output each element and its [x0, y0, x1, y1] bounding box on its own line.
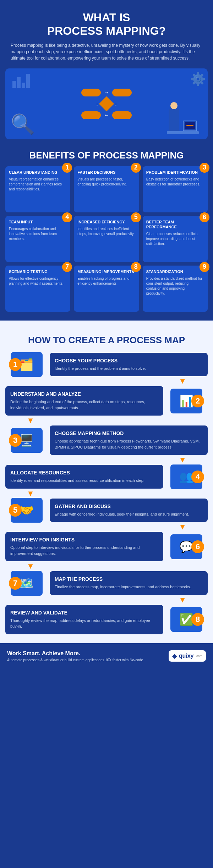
step-img-2: 📊 2: [170, 389, 202, 413]
benefit-title-9: STANDARDIZATION: [146, 269, 204, 274]
step-title-8: REVIEW AND VALIDATE: [10, 610, 158, 616]
step-img-8: ✅ 8: [170, 607, 202, 632]
chart-bars-icon: [12, 72, 30, 88]
footer-logo: ◆ quixy .com: [169, 650, 206, 662]
benefit-title-5: INCREASED EFFICIENCY: [77, 219, 135, 224]
benefit-title-3: PROBLEM IDENTIFICATION: [146, 170, 204, 175]
benefit-title-1: CLEAR UNDERSTANDING: [9, 170, 67, 175]
step-title-3: CHOOSE MAPPING METHOD: [55, 430, 203, 436]
step-title-7: MAP THE PROCESS: [55, 576, 203, 582]
step-desc-5: Engage with concerned individuals, seek …: [55, 511, 203, 517]
benefit-number-4: 4: [62, 212, 72, 222]
benefit-card-3: 3 PROBLEM IDENTIFICATION Easy detection …: [143, 166, 208, 212]
step-title-6: INTERVIEW FOR INSIGHTS: [10, 537, 158, 542]
step-img-7: 🗺️ 7: [11, 571, 43, 596]
step-number-badge-6: 6: [191, 540, 204, 553]
benefit-desc-6: Clear processes reduce conflicts, improv…: [146, 232, 204, 246]
step-item-8: ✅ 8 REVIEW AND VALIDATE Thoroughly revie…: [5, 603, 208, 636]
benefit-number-6: 6: [200, 212, 209, 222]
step-img-5: 🤝 5: [11, 498, 43, 523]
step-arrow-2: ▼: [5, 417, 208, 424]
benefit-title-8: MEASURING IMPROVEMENTS: [77, 269, 135, 274]
step-icon-1: 🗂️: [20, 358, 34, 371]
benefit-number-1: 1: [62, 163, 72, 173]
step-image-box-4: 👥 4: [165, 463, 208, 490]
benefit-card-4: 4 TEAM INPUT Encourages collaboration an…: [5, 216, 70, 262]
step-content-box-4: ALLOCATE RESOURCES Identify roles and re…: [5, 465, 163, 489]
header: WHAT IS PROCESS MAPPING? Process mapping…: [0, 0, 213, 65]
benefit-card-2: 2 FASTER DECISIONS Visuals are processed…: [74, 166, 139, 212]
step-item-2: 📊 2 UNDERSTAND AND ANALYZE Define the be…: [5, 384, 208, 417]
step-img-6: 💬 6: [170, 534, 202, 559]
step-arrow-4: ▼: [5, 490, 208, 497]
hero-illustration: → ↓ ↓ ← 🔍 ⚙: [5, 68, 208, 139]
step-content-box-1: CHOOSE YOUR PROCESS Identify the process…: [50, 353, 208, 377]
step-title-4: ALLOCATE RESOURCES: [10, 470, 158, 475]
step-desc-6: Optional step to interview individuals f…: [10, 545, 158, 556]
step-desc-7: Finalize the process map, incorporate im…: [55, 584, 203, 590]
step-number-badge-5: 5: [9, 504, 22, 517]
step-image-box-7: 🗺️ 7: [5, 569, 48, 597]
step-number-badge-8: 8: [191, 613, 204, 626]
step-item-7: 🗺️ 7 MAP THE PROCESS Finalize the proces…: [5, 569, 208, 597]
step-content-box-2: UNDERSTAND AND ANALYZE Define the beginn…: [5, 386, 163, 416]
magnifier-icon: 🔍: [11, 113, 35, 136]
step-content-box-3: CHOOSE MAPPING METHOD Choose appropriate…: [50, 425, 208, 455]
step-image-box-5: 🤝 5: [5, 497, 48, 524]
how-section-inner: HOW TO CREATE A PROCESS MAP 🗂️ 1 CHOOSE …: [0, 321, 213, 643]
benefit-card-6: 6 BETTER TEAM PERFORMANCE Clear processe…: [143, 216, 208, 262]
step-item-1: 🗂️ 1 CHOOSE YOUR PROCESS Identify the pr…: [5, 351, 208, 378]
benefit-number-8: 8: [131, 262, 141, 272]
step-img-1: 🗂️ 1: [11, 352, 43, 377]
step-desc-2: Define the beginning and end of the proc…: [10, 399, 158, 411]
step-content-box-5: GATHER AND DISCUSS Engage with concerned…: [50, 499, 208, 522]
step-img-4: 👥 4: [170, 464, 202, 489]
step-icon-3: 🖥️: [20, 434, 34, 447]
logo-suffix: .com: [195, 654, 202, 658]
step-title-1: CHOOSE YOUR PROCESS: [55, 358, 203, 363]
benefit-title-4: TEAM INPUT: [9, 219, 67, 224]
step-number-badge-3: 3: [9, 434, 22, 447]
benefit-card-7: 7 SCENARIO TESTING Allows for effective …: [5, 266, 70, 312]
logo-text: quixy: [179, 653, 194, 659]
benefit-desc-4: Encourages collaboration and innovative …: [9, 227, 67, 241]
step-image-box-6: 💬 6: [165, 530, 208, 563]
step-icon-5: 🤝: [20, 503, 34, 517]
step-desc-8: Thoroughly review the map, address delay…: [10, 618, 158, 629]
step-title-2: UNDERSTAND AND ANALYZE: [10, 391, 158, 397]
how-title: HOW TO CREATE A PROCESS MAP: [5, 328, 208, 351]
benefit-card-9: 9 STANDARDIZATION Provides a standardize…: [143, 266, 208, 312]
step-content-box-8: REVIEW AND VALIDATE Thoroughly review th…: [5, 605, 163, 634]
step-item-4: 👥 4 ALLOCATE RESOURCES Identify roles an…: [5, 463, 208, 490]
step-desc-1: Identify the process and the problem it …: [55, 366, 203, 372]
benefit-desc-9: Provides a standardized method for consi…: [146, 276, 204, 296]
step-arrow-1: ▼: [5, 377, 208, 385]
benefits-title: BENEFITS OF PROCESS MAPPING: [0, 143, 213, 166]
step-item-6: 💬 6 INTERVIEW FOR INSIGHTS Optional step…: [5, 530, 208, 563]
benefit-desc-3: Easy detection of bottlenecks and obstac…: [146, 177, 204, 187]
logo-icon: ◆: [172, 652, 177, 660]
benefit-card-1: 1 CLEAR UNDERSTANDING Visual representat…: [5, 166, 70, 212]
step-arrow-6: ▼: [5, 562, 208, 570]
step-title-5: GATHER AND DISCUSS: [55, 503, 203, 509]
step-number-badge-4: 4: [191, 471, 204, 483]
benefit-desc-1: Visual representation enhances comprehen…: [9, 177, 67, 192]
header-description: Process mapping is like being a detectiv…: [7, 42, 206, 61]
benefit-desc-2: Visuals are processed faster, enabling q…: [77, 177, 135, 187]
step-arrow-3: ▼: [5, 456, 208, 464]
step-img-3: 🖥️ 3: [11, 428, 43, 453]
benefit-number-2: 2: [131, 163, 141, 173]
benefit-title-2: FASTER DECISIONS: [77, 170, 135, 175]
step-item-3: 🖥️ 3 CHOOSE MAPPING METHOD Choose approp…: [5, 424, 208, 457]
step-number-badge-7: 7: [9, 577, 22, 590]
step-desc-4: Identify roles and responsibilities and …: [10, 478, 158, 484]
step-desc-3: Choose appropriate technique from Proces…: [55, 438, 203, 450]
step-number-badge-1: 1: [9, 358, 22, 371]
step-image-box-2: 📊 2: [165, 384, 208, 417]
step-image-box-3: 🖥️ 3: [5, 424, 48, 457]
benefit-number-5: 5: [131, 212, 141, 222]
step-arrow-7: ▼: [5, 596, 208, 604]
step-image-box-1: 🗂️ 1: [5, 351, 48, 378]
benefit-card-8: 8 MEASURING IMPROVEMENTS Enables trackin…: [74, 266, 139, 312]
benefit-card-5: 5 INCREASED EFFICIENCY Identifies and re…: [74, 216, 139, 262]
